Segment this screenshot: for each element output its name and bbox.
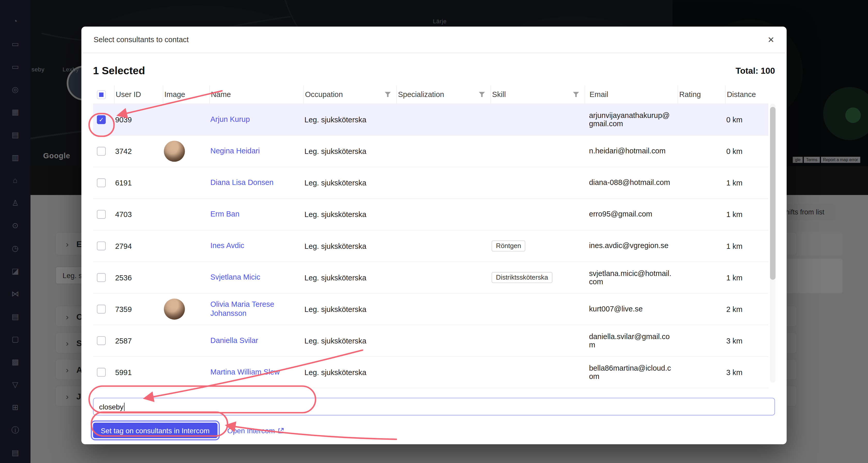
skill-tag: Röntgen <box>492 240 526 252</box>
cell-distance: 1 km <box>725 210 768 219</box>
cell-select <box>93 368 114 377</box>
table-row[interactable]: 2536Svjetlana MicicLeg. sjuksköterskaDis… <box>93 262 769 294</box>
cell-image <box>163 141 209 162</box>
cell-user-id: 6191 <box>114 179 163 187</box>
tag-input[interactable]: closeby <box>93 398 775 416</box>
cell-occupation: Leg. sjuksköterska <box>304 305 397 313</box>
cell-name: Olivia Maria Terese Johansson <box>209 300 304 318</box>
cell-occupation: Leg. sjuksköterska <box>304 273 397 282</box>
row-checkbox[interactable] <box>97 210 106 219</box>
cell-user-id: 2794 <box>114 242 163 250</box>
cell-name: Diana Lisa Donsen <box>209 178 304 187</box>
consultants-modal: Select consultants to contact ✕ 1 Select… <box>82 27 786 444</box>
row-checkbox[interactable] <box>97 336 106 345</box>
column-label: Distance <box>727 90 756 98</box>
email-text: bella86martina@icloud.com <box>589 364 672 381</box>
cell-email: diana-088@hotmail.com <box>585 179 673 187</box>
row-checkbox[interactable] <box>97 147 106 156</box>
cell-user-id: 7359 <box>114 305 163 313</box>
consultant-name-link[interactable]: Erm Ban <box>210 210 239 219</box>
column-header-skill: Skill <box>490 85 584 104</box>
cell-distance: 0 km <box>725 147 768 155</box>
cell-user-id: 9039 <box>114 116 163 124</box>
cell-email: bella86martina@icloud.com <box>585 364 673 381</box>
tag-input-value: closeby <box>99 403 123 411</box>
row-checkbox[interactable] <box>97 368 106 377</box>
total-count: Total: 100 <box>736 66 775 76</box>
cell-occupation: Leg. sjuksköterska <box>304 147 397 155</box>
cell-distance: 1 km <box>725 242 768 250</box>
open-intercom-link[interactable]: Open Intercom <box>227 426 284 435</box>
cell-name: Negina Heidari <box>209 147 304 155</box>
scrollbar-thumb[interactable] <box>770 107 775 280</box>
column-header-name: Name <box>209 85 304 104</box>
cell-email: arjunvijayanathakurup@gmail.com <box>585 111 673 128</box>
column-label: User ID <box>116 90 141 98</box>
text-cursor <box>124 403 125 411</box>
scrollbar-track[interactable] <box>770 104 775 382</box>
consultant-name-link[interactable]: Martina William Slew <box>210 368 280 377</box>
avatar <box>164 141 185 162</box>
consultant-name-link[interactable]: Ines Avdic <box>210 241 244 250</box>
cell-distance: 3 km <box>725 337 768 345</box>
cell-distance: 0 km <box>725 116 768 124</box>
email-text: kurt007@live.se <box>589 305 672 313</box>
row-checkbox[interactable]: ✓ <box>97 115 106 124</box>
table-row[interactable]: 4703Erm BanLeg. sjuksköterskaerro95@gmai… <box>93 199 769 230</box>
email-text: erro95@gmail.com <box>589 210 672 219</box>
email-text: n.heidari@hotmail.com <box>589 147 672 155</box>
selected-count: 1 Selected <box>93 65 145 77</box>
column-label: Name <box>211 90 231 98</box>
cell-email: svjetlana.micic@hotmail.com <box>585 269 673 286</box>
row-checkbox[interactable] <box>97 241 106 250</box>
row-checkbox[interactable] <box>97 305 106 314</box>
select-all-checkbox[interactable] <box>97 90 106 99</box>
cell-name: Ines Avdic <box>209 241 304 250</box>
consultant-name-link[interactable]: Diana Lisa Donsen <box>210 178 274 187</box>
table-row[interactable]: 2794Ines AvdicLeg. sjuksköterskaRöntgeni… <box>93 230 769 262</box>
cell-select <box>93 273 114 282</box>
consultant-name-link[interactable]: Negina Heidari <box>210 147 260 155</box>
email-text: arjunvijayanathakurup@gmail.com <box>589 111 672 128</box>
set-tag-button[interactable]: Set tag on consultants in Intercom <box>93 423 217 438</box>
cell-occupation: Leg. sjuksköterska <box>304 337 397 345</box>
modal-title: Select consultants to contact <box>94 35 189 44</box>
column-label: Skill <box>492 90 506 98</box>
table-row[interactable]: 3742Negina HeidariLeg. sjuksköterskan.he… <box>93 136 769 167</box>
cell-email: kurt007@live.se <box>585 305 673 313</box>
table-row[interactable]: 2587Daniella SvilarLeg. sjuksköterskadan… <box>93 325 769 357</box>
cell-occupation: Leg. sjuksköterska <box>304 179 397 187</box>
filter-funnel-icon[interactable] <box>479 91 485 97</box>
consultant-name-link[interactable]: Svjetlana Micic <box>210 273 260 282</box>
column-label: Rating <box>679 90 701 98</box>
close-icon[interactable]: ✕ <box>768 35 774 45</box>
consultant-name-link[interactable]: Arjun Kurup <box>210 115 250 124</box>
cell-user-id: 5991 <box>114 368 163 376</box>
cell-skill: Distriktssköterska <box>490 272 584 283</box>
cell-email: erro95@gmail.com <box>585 210 673 219</box>
cell-occupation: Leg. sjuksköterska <box>304 242 397 250</box>
skill-tag: Distriktssköterska <box>492 272 553 283</box>
consultant-name-link[interactable]: Daniella Svilar <box>210 336 258 345</box>
column-label: Image <box>164 90 185 98</box>
column-header-select <box>93 85 114 104</box>
table-body: ✓9039Arjun KurupLeg. sjuksköterskaarjunv… <box>93 104 769 388</box>
row-checkbox[interactable] <box>97 178 106 187</box>
cell-user-id: 3742 <box>114 147 163 155</box>
cell-select <box>93 336 114 345</box>
column-header-image: Image <box>163 85 209 104</box>
cell-select: ✓ <box>93 115 114 124</box>
table-row[interactable]: 5991Martina William SlewLeg. sjuksköters… <box>93 357 769 388</box>
filter-funnel-icon[interactable] <box>573 91 579 97</box>
app-root: ◔▭▭◎▦▤▥⌂♙⊙◷◪⋈▤▢▩▽⊞ⓘ▤ Lärje Lexby seby Go… <box>0 0 868 463</box>
filter-funnel-icon[interactable] <box>384 91 391 97</box>
email-text: svjetlana.micic@hotmail.com <box>589 269 672 286</box>
cell-user-id: 2587 <box>114 337 163 345</box>
cell-name: Erm Ban <box>209 210 304 219</box>
row-checkbox[interactable] <box>97 273 106 282</box>
table-row[interactable]: 6191Diana Lisa DonsenLeg. sjuksköterskad… <box>93 167 769 199</box>
selection-summary: 1 Selected Total: 100 <box>93 62 775 80</box>
table-row[interactable]: ✓9039Arjun KurupLeg. sjuksköterskaarjunv… <box>93 104 769 136</box>
table-row[interactable]: 7359Olivia Maria Terese JohanssonLeg. sj… <box>93 294 769 325</box>
consultant-name-link[interactable]: Olivia Maria Terese Johansson <box>210 300 304 318</box>
